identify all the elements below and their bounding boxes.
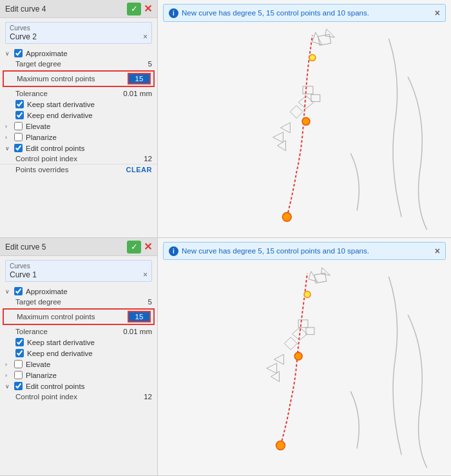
arrow-down-icon-editcp-1: ∨ — [5, 145, 12, 152]
curve-selector-close-2[interactable]: × — [143, 270, 148, 279]
approximate-label-1: Approximate — [26, 50, 68, 57]
info-message-2: New curve has degree 5, 15 control point… — [182, 247, 369, 255]
cancel-button-2[interactable]: ✕ — [144, 242, 152, 252]
keep-start-checkbox-row-1: Keep start derivative — [15, 100, 95, 108]
curve-selector-value-1: Curve 2 — [10, 32, 37, 41]
svg-marker-25 — [271, 372, 280, 382]
elevate-label-1: Elevate — [26, 123, 50, 130]
left-panel-2: Edit curve 5 ✓ ✕ Curves Curve 1 × ∨ — [0, 238, 158, 475]
info-banner-text-1: i New curve has degree 5, 15 control poi… — [169, 8, 369, 18]
cp-index-row-2: Control point index 12 — [0, 392, 157, 402]
svg-marker-16 — [309, 272, 318, 282]
panel-header-1: Edit curve 4 ✓ ✕ — [0, 0, 157, 18]
edit-cp-checkbox-1[interactable] — [14, 144, 23, 152]
tolerance-label-2: Tolerance — [15, 328, 48, 335]
confirm-button-1[interactable]: ✓ — [127, 3, 141, 15]
cp-index-label-2: Control point index — [15, 393, 77, 401]
keep-start-label-2: Keep start derivative — [27, 339, 95, 346]
info-banner-text-2: i New curve has degree 5, 15 control poi… — [169, 246, 369, 256]
planarize-checkbox-2[interactable] — [14, 371, 23, 379]
max-cp-label-2: Maximum control points — [17, 313, 95, 321]
planarize-header-2[interactable]: › Planarize — [0, 370, 157, 381]
header-actions-2: ✓ ✕ — [127, 241, 152, 253]
arrow-down-icon-editcp-2: ∨ — [5, 383, 12, 390]
approximate-header-1[interactable]: ∨ Approximate — [0, 48, 157, 59]
svg-rect-4 — [318, 34, 331, 45]
elevate-header-1[interactable]: › Elevate — [0, 121, 157, 132]
max-cp-input-2[interactable] — [128, 311, 151, 322]
svg-point-0 — [282, 212, 291, 221]
confirm-button-2[interactable]: ✓ — [127, 241, 141, 253]
approximate-header-2[interactable]: ∨ Approximate — [0, 286, 157, 297]
svg-point-14 — [294, 352, 302, 360]
svg-marker-24 — [267, 363, 277, 373]
approximate-label-2: Approximate — [26, 288, 68, 295]
elevate-checkbox-2[interactable] — [14, 360, 23, 368]
panel-header-2: Edit curve 5 ✓ ✕ — [0, 238, 157, 256]
points-overrides-row-1: Points overrides CLEAR — [0, 164, 157, 175]
keep-start-checkbox-row-2: Keep start derivative — [15, 338, 95, 346]
target-degree-label-2: Target degree — [15, 298, 61, 306]
info-icon-1: i — [169, 8, 178, 18]
panel-title-2: Edit curve 5 — [5, 243, 46, 252]
keep-end-checkbox-row-2: Keep end derivative — [15, 349, 93, 357]
close-icon-1: ✕ — [144, 3, 152, 14]
keep-end-checkbox-row-1: Keep end derivative — [15, 111, 93, 119]
canvas-svg-1 — [158, 26, 451, 236]
keep-end-row-1: Keep end derivative — [0, 110, 157, 121]
edit-cp-checkbox-row-1: Edit control points — [14, 144, 84, 152]
arrow-right-icon-elevate-1: › — [5, 123, 12, 130]
approximate-checkbox-2[interactable] — [14, 287, 23, 295]
svg-marker-23 — [274, 354, 284, 364]
approximate-checkbox-1[interactable] — [14, 49, 23, 57]
keep-end-label-1: Keep end derivative — [27, 112, 93, 119]
info-banner-2: i New curve has degree 5, 15 control poi… — [163, 242, 446, 260]
info-close-2[interactable]: × — [435, 246, 440, 256]
info-close-1[interactable]: × — [435, 8, 440, 18]
edit-cp-header-1[interactable]: ∨ Edit control points — [0, 143, 157, 154]
tolerance-label-1: Tolerance — [15, 90, 48, 97]
target-degree-value-1: 5 — [148, 60, 152, 68]
arrow-down-icon-2: ∨ — [5, 288, 12, 295]
keep-start-checkbox-1[interactable] — [15, 100, 24, 108]
edit-cp-header-2[interactable]: ∨ Edit control points — [0, 381, 157, 392]
keep-end-checkbox-2[interactable] — [15, 349, 24, 357]
elevate-header-2[interactable]: › Elevate — [0, 359, 157, 370]
keep-end-checkbox-1[interactable] — [15, 111, 24, 119]
svg-rect-21 — [298, 320, 308, 328]
cp-index-value-1: 12 — [144, 155, 152, 163]
edit-cp-checkbox-2[interactable] — [14, 382, 23, 390]
planarize-header-1[interactable]: › Planarize — [0, 132, 157, 143]
edit-cp-label-1: Edit control points — [26, 144, 84, 152]
keep-start-row-1: Keep start derivative — [0, 99, 157, 110]
curve-selector-close-1[interactable]: × — [143, 32, 148, 41]
svg-point-13 — [276, 441, 285, 450]
planarize-label-2: Planarize — [26, 372, 57, 379]
planarize-checkbox-1[interactable] — [14, 133, 23, 141]
cp-index-value-2: 12 — [144, 393, 152, 401]
curve-selector-2: Curves Curve 1 × — [5, 260, 152, 282]
planarize-checkbox-row-2: Planarize — [14, 371, 57, 379]
elevate-checkbox-1[interactable] — [14, 122, 23, 130]
target-degree-value-2: 5 — [148, 298, 152, 306]
arrow-right-icon-planarize-2: › — [5, 372, 12, 379]
edit-cp-label-2: Edit control points — [26, 382, 84, 390]
right-panel-1: i New curve has degree 5, 15 control poi… — [158, 0, 451, 237]
planarize-label-1: Planarize — [26, 134, 57, 141]
header-actions-1: ✓ ✕ — [127, 3, 152, 15]
cp-index-label-1: Control point index — [15, 155, 77, 163]
keep-start-label-1: Keep start derivative — [27, 101, 95, 108]
arrow-right-icon-planarize-1: › — [5, 134, 12, 141]
svg-point-1 — [302, 117, 310, 125]
points-overrides-label-1: Points overrides — [15, 166, 68, 174]
cancel-button-1[interactable]: ✕ — [144, 4, 152, 14]
max-cp-row-2: Maximum control points — [3, 308, 155, 325]
max-cp-input-1[interactable] — [128, 73, 151, 84]
keep-start-checkbox-2[interactable] — [15, 338, 24, 346]
canvas-area-2 — [158, 264, 451, 474]
arrow-down-icon-1: ∨ — [5, 50, 12, 57]
info-message-1: New curve has degree 5, 15 control point… — [182, 9, 369, 17]
edit-cp-checkbox-row-2: Edit control points — [14, 382, 84, 390]
approximate-checkbox-row-1: Approximate — [14, 49, 68, 57]
clear-button-1[interactable]: CLEAR — [126, 166, 152, 174]
